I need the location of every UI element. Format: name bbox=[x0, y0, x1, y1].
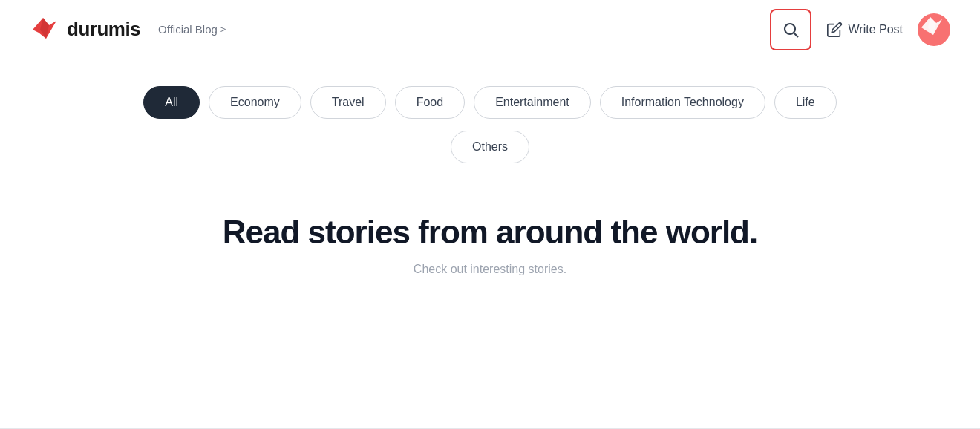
category-pill-economy[interactable]: Economy bbox=[209, 86, 301, 119]
header: durumis Official Blog > Write Post bbox=[0, 0, 980, 59]
header-left: durumis Official Blog > bbox=[30, 15, 226, 45]
category-row-2: Others bbox=[451, 131, 529, 163]
official-blog-link[interactable]: Official Blog > bbox=[158, 23, 226, 36]
category-pill-others[interactable]: Others bbox=[451, 131, 529, 163]
svg-line-3 bbox=[794, 33, 798, 37]
category-pill-travel[interactable]: Travel bbox=[310, 86, 386, 119]
official-blog-label: Official Blog bbox=[158, 23, 218, 36]
write-post-label: Write Post bbox=[849, 23, 904, 36]
category-pill-all[interactable]: All bbox=[143, 86, 200, 119]
category-section: AllEconomyTravelFoodEntertainmentInforma… bbox=[0, 59, 980, 178]
category-pill-information-technology[interactable]: Information Technology bbox=[600, 86, 765, 119]
category-pill-life[interactable]: Life bbox=[774, 86, 837, 119]
search-icon bbox=[782, 21, 800, 39]
search-button[interactable] bbox=[770, 9, 811, 50]
edit-icon bbox=[826, 22, 843, 38]
category-pill-food[interactable]: Food bbox=[395, 86, 465, 119]
avatar-icon bbox=[918, 13, 950, 46]
hero-title: Read stories from around the world. bbox=[223, 214, 757, 251]
logo-text: durumis bbox=[67, 18, 140, 41]
hero-subtitle: Check out interesting stories. bbox=[414, 263, 566, 276]
avatar[interactable] bbox=[918, 13, 950, 46]
write-post-button[interactable]: Write Post bbox=[826, 22, 904, 38]
header-right: Write Post bbox=[770, 9, 951, 50]
category-pill-entertainment[interactable]: Entertainment bbox=[474, 86, 591, 119]
hero-section: Read stories from around the world. Chec… bbox=[0, 178, 980, 306]
logo-icon bbox=[30, 15, 59, 45]
svg-point-2 bbox=[785, 24, 795, 34]
chevron-icon: > bbox=[220, 24, 226, 35]
logo[interactable]: durumis bbox=[30, 15, 140, 45]
category-row-1: AllEconomyTravelFoodEntertainmentInforma… bbox=[143, 86, 836, 119]
